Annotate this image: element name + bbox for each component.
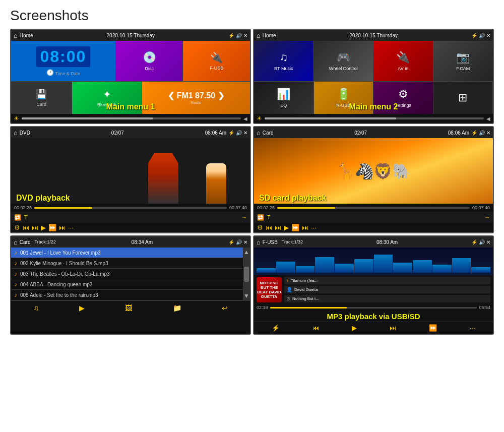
usb-ctrl-dots[interactable]: ···	[470, 324, 475, 332]
back-ctrl[interactable]: ↩	[222, 304, 228, 312]
bt-icon-top: ⚡	[228, 33, 234, 38]
track-item-4[interactable]: ♪ 004 ABBA - Dancing queen.mp3	[11, 279, 250, 290]
volume-icon-6: 🔊	[479, 239, 485, 245]
brightness-fill	[22, 117, 153, 119]
video-ctrl[interactable]: ▶	[79, 304, 85, 312]
screen-card-audio: ⌂ Card Track:1/22 08:34 Am ⚡ 🔊 ✕ ♪ 001 J…	[10, 235, 251, 335]
photo-ctrl[interactable]: 🖼	[125, 304, 132, 312]
volume-icon-top: 🔊	[236, 33, 242, 38]
fcam-label: F.CAM	[456, 66, 470, 71]
settings-ctrl-dvd[interactable]: ⚙	[14, 224, 20, 231]
repeat-icon-dvd[interactable]: 🔁	[14, 214, 21, 221]
next-card[interactable]: ⏩	[291, 224, 299, 231]
animal-emoji: 🦒🦓🦁🐘	[336, 162, 411, 180]
arrow-icon-card[interactable]: →	[484, 214, 490, 220]
usb-ctrl-play[interactable]: ▶	[352, 324, 357, 332]
close-icon-6[interactable]: ✕	[486, 239, 490, 245]
topbar-screen1: ⌂ Home 2020-10-15 Thursday ⚡ 🔊 ✕	[11, 30, 250, 41]
topbar-screen3: ⌂ DVD 02/07 08:06 Am ⚡ 🔊 ✕	[11, 127, 250, 138]
bt-icon-6: ⚡	[471, 239, 477, 245]
top-tiles-2: ♫ BT Music 🎮 Wheel Control 🔌 AV in 📷 F.C…	[254, 41, 493, 81]
card-tile[interactable]: 💾 Card	[11, 81, 72, 114]
note-icon-3: ♪	[14, 270, 17, 277]
progress-fill-usb	[270, 307, 347, 308]
close-icon-3[interactable]: ✕	[243, 130, 247, 136]
overlay-label-menu2: Main menu 2	[349, 102, 398, 111]
progress-track-usb[interactable]	[270, 307, 477, 308]
bt-icon-4: ⚡	[471, 130, 477, 136]
repeat-icon-card[interactable]: 🔁	[257, 214, 264, 221]
bottom-tiles-2: 📊 EQ 🔋 R-USB ⚙ Settings ⊞ Main menu 2	[254, 81, 493, 114]
next-next-card[interactable]: ⏭	[302, 224, 308, 231]
mini-track-2[interactable]: 👤 David Guetta	[284, 286, 490, 293]
wheelcontrol-label: Wheel Control	[329, 66, 358, 71]
usb-ctrl-next[interactable]: ⏭	[390, 324, 396, 332]
wheelcontrol-tile[interactable]: 🎮 Wheel Control	[314, 41, 374, 81]
progress-track-card[interactable]	[277, 207, 470, 209]
mini-track-1[interactable]: ♪ Titanium (fea...	[284, 277, 490, 284]
mini-album-icon: ⊙	[286, 296, 290, 301]
brightness-fill-2	[265, 117, 396, 119]
btmusic-icon: ♫	[280, 51, 288, 64]
wheel-icon: 🎮	[337, 51, 350, 64]
progress-track-dvd[interactable]	[34, 207, 227, 209]
radio-tile[interactable]: ❮ FM1 87.50 ❯ Radio	[142, 81, 250, 114]
eq-tile[interactable]: 📊 EQ	[254, 82, 314, 114]
scroll-down-btn[interactable]: ▼	[243, 292, 249, 299]
btmusic-tile[interactable]: ♫ BT Music	[254, 41, 314, 81]
playback-controls-card: ⚙ ⏮ ⏭ ▶ ⏩ ⏭ ···	[254, 223, 493, 232]
close-icon-2[interactable]: ✕	[486, 33, 490, 38]
overlay-label-usb: MP3 playback via USB/SD	[254, 311, 493, 322]
dots-dvd[interactable]: ···	[68, 224, 74, 231]
screen-dvd-playback: ⌂ DVD 02/07 08:06 Am ⚡ 🔊 ✕ DVD playback …	[10, 126, 251, 233]
next-dvd[interactable]: ⏩	[48, 224, 56, 231]
track-details: ♪ Titanium (fea... 👤 David Guetta ⊙ Noth…	[284, 277, 490, 302]
music-ctrl[interactable]: ♫	[33, 304, 39, 312]
prev-prev-dvd[interactable]: ⏮	[23, 224, 29, 231]
next-next-dvd[interactable]: ⏭	[59, 224, 66, 231]
brightness-track[interactable]	[22, 117, 241, 119]
track-item-3[interactable]: ♪ 003 The Beatles - Ob-La-Di, Ob-La.mp3	[11, 269, 250, 279]
section-label-1: Home	[20, 33, 33, 38]
usb-ctrl-prev[interactable]: ⏮	[312, 324, 319, 332]
video-content-dvd: DVD playback	[11, 138, 250, 204]
usb-ctrl-eq[interactable]: ⚡	[272, 324, 280, 332]
usb-ctrl-ff[interactable]: ⏩	[429, 324, 437, 332]
arrow-icon-dvd[interactable]: →	[241, 214, 247, 220]
brightness-icon: ☀	[14, 115, 19, 122]
prev-card[interactable]: ⏭	[275, 224, 281, 231]
track2-name: David Guetta	[294, 287, 318, 292]
play-dvd[interactable]: ▶	[41, 224, 46, 231]
volume-icon-2: 🔊	[479, 33, 485, 38]
close-icon-5[interactable]: ✕	[243, 239, 247, 245]
avin-tile[interactable]: 🔌 AV in	[373, 41, 433, 81]
mini-note-1: ♪	[286, 278, 289, 283]
content-screen1: 08:00 🕐 Time & Date 💿 Disc 🔌 F-USB	[11, 41, 250, 123]
extra-tile[interactable]: ⊞	[433, 82, 493, 114]
track-item-5[interactable]: ♪ 005 Adele - Set fire to the rain.mp3	[11, 290, 250, 300]
settings-ctrl-card[interactable]: ⚙	[257, 224, 263, 231]
scrollbar: ▲ ▼	[243, 248, 250, 300]
close-icon-4[interactable]: ✕	[486, 130, 490, 136]
folder-ctrl[interactable]: 📁	[173, 304, 181, 312]
play-card[interactable]: ▶	[284, 224, 289, 231]
fusb-label: F-USB	[210, 66, 223, 71]
scroll-up-btn[interactable]: ▲	[243, 249, 249, 256]
track-item-1[interactable]: ♪ 001 Jewel - I Love You Forever.mp3	[11, 248, 250, 258]
prev-dvd[interactable]: ⏭	[32, 224, 38, 231]
track-item-2[interactable]: ♪ 002 Kylie Minogue - I Should Be S.mp3	[11, 258, 250, 269]
close-icon-top[interactable]: ✕	[243, 33, 247, 38]
volume-icon-3: 🔊	[236, 130, 242, 136]
t-icon-card[interactable]: T	[267, 214, 271, 220]
prev-prev-card[interactable]: ⏮	[266, 224, 272, 231]
t-icon-dvd[interactable]: T	[24, 214, 28, 220]
section-dvd: DVD	[20, 130, 30, 136]
viz-bar-4	[315, 257, 334, 273]
clock-tile[interactable]: 08:00 🕐 Time & Date	[11, 41, 115, 81]
dots-card[interactable]: ···	[311, 224, 317, 231]
brightness-track-2[interactable]	[265, 117, 484, 119]
mini-track-3[interactable]: ⊙ Nothing But t...	[284, 295, 490, 302]
fcam-tile[interactable]: 📷 F.CAM	[433, 41, 493, 81]
fusb-tile[interactable]: 🔌 F-USB	[182, 41, 250, 81]
disc-tile[interactable]: 💿 Disc	[115, 41, 183, 81]
